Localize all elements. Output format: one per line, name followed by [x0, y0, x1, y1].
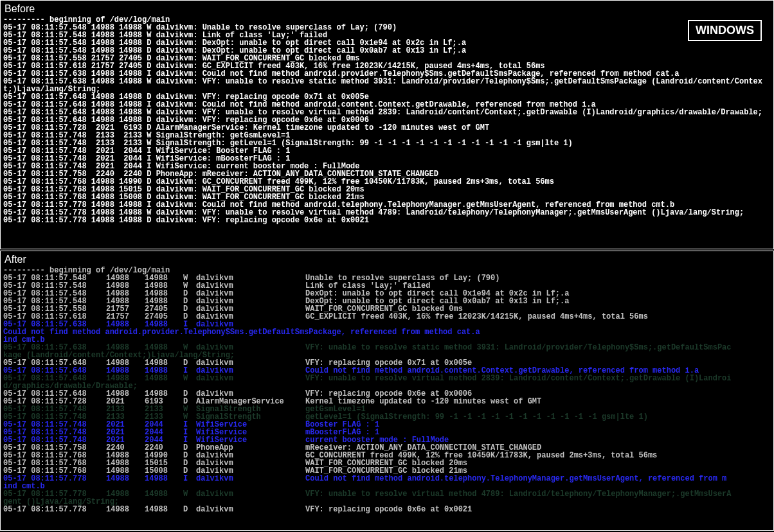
log-tid: 14988	[145, 375, 183, 382]
log-line: 05-17 08:11:57.638 14988 14988 W dalvikv…	[3, 78, 771, 93]
log-pid: 14988	[106, 506, 145, 513]
log-line: 05-17 08:11:57.6381498814988IdalvikvmCou…	[3, 321, 771, 336]
log-level: W	[183, 375, 196, 382]
log-msg: Could not find method android.provider.T…	[3, 328, 771, 336]
log-msg: VFY: replacing opcode 0x6e at 0x0021	[305, 506, 771, 513]
log-level: D	[183, 506, 196, 513]
before-title: Before	[1, 1, 773, 16]
log-line: 05-17 08:11:57.778 14988 14988 D dalvikv…	[3, 217, 771, 224]
log-tag: dalvikvm	[196, 506, 305, 513]
after-log-area[interactable]: --------- beginning of /dev/log/main05-1…	[1, 267, 773, 516]
log-msg: VFY: unable to resolve static method 393…	[305, 344, 771, 351]
log-line: 05-17 08:11:57.7781498814988IdalvikvmCou…	[3, 475, 771, 483]
log-tid: 14988	[145, 475, 183, 483]
windows-badge: WINDOWS	[688, 20, 762, 41]
log-level: W	[183, 490, 196, 498]
log-msg: GC_EXPLICIT freed 403K, 16% free 12023K/…	[305, 313, 771, 321]
log-line: 05-17 08:11:57.7781498814988DdalvikvmVFY…	[3, 506, 771, 513]
log-tag: dalvikvm	[196, 375, 305, 382]
log-tag: dalvikvm	[196, 475, 305, 483]
log-msg: Could not find method android.telephony.…	[305, 475, 771, 483]
log-tid: 14988	[145, 490, 183, 498]
log-tid: 14988	[145, 506, 183, 513]
log-tag: dalvikvm	[196, 490, 305, 498]
log-msg: Kernel timezone updated to -120 minutes …	[305, 398, 771, 405]
log-date: 05-17 08:11:57.778	[3, 506, 106, 513]
log-msg: VFY: unable to resolve virtual method 28…	[305, 375, 771, 382]
before-log-area[interactable]: --------- beginning of /dev/log/main05-1…	[1, 16, 773, 227]
after-title: After	[1, 251, 773, 267]
log-level: I	[183, 475, 196, 483]
before-panel: Before WINDOWS --------- beginning of /d…	[0, 0, 774, 249]
after-panel: After --------- beginning of /dev/log/ma…	[0, 251, 774, 531]
log-msg: VFY: unable to resolve virtual method 47…	[305, 490, 771, 498]
log-pid: 14988	[106, 475, 145, 483]
